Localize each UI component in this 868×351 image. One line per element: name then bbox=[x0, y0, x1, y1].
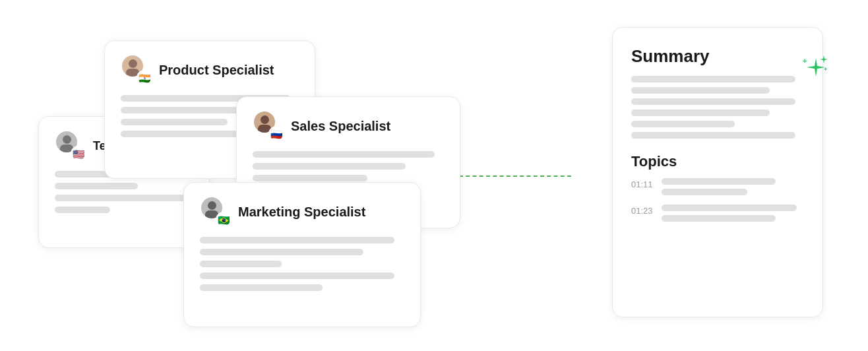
line bbox=[662, 189, 747, 195]
line bbox=[631, 121, 735, 127]
line bbox=[55, 207, 110, 213]
line bbox=[631, 98, 795, 105]
line bbox=[253, 175, 367, 181]
flag-in: 🇮🇳 bbox=[137, 70, 152, 86]
line bbox=[253, 163, 406, 170]
card-summary: Summary + + Topics 01:11 bbox=[612, 27, 823, 317]
line bbox=[253, 151, 435, 158]
line bbox=[662, 178, 776, 185]
svg-text:+: + bbox=[803, 57, 807, 65]
card-marketing[interactable]: 🇧🇷 Marketing Specialist bbox=[183, 182, 421, 327]
card-header-marketing: 🇧🇷 Marketing Specialist bbox=[200, 196, 404, 228]
card-title-marketing: Marketing Specialist bbox=[238, 205, 365, 220]
topic-lines-1 bbox=[662, 178, 804, 195]
connector-line bbox=[459, 176, 571, 177]
line bbox=[200, 237, 394, 243]
line bbox=[55, 195, 187, 201]
topic-time-2: 01:23 bbox=[631, 206, 655, 216]
avatar-sales: 🇷🇺 bbox=[253, 110, 284, 142]
flag-us: 🇺🇸 bbox=[71, 146, 86, 162]
card-header-product: 🇮🇳 Product Specialist bbox=[121, 54, 299, 86]
summary-lines bbox=[631, 76, 804, 139]
svg-text:+: + bbox=[824, 66, 827, 73]
line bbox=[631, 110, 770, 116]
topic-lines-2 bbox=[662, 205, 804, 222]
line bbox=[121, 119, 228, 125]
line bbox=[200, 284, 323, 291]
topics-title: Topics bbox=[631, 153, 804, 170]
line bbox=[200, 272, 394, 279]
topic-item-2: 01:23 bbox=[631, 205, 804, 222]
line bbox=[200, 249, 363, 255]
scene: 🇺🇸 Team Lead 🇮🇳 Product Special bbox=[38, 14, 830, 337]
line bbox=[200, 261, 282, 267]
avatar-marketing: 🇧🇷 bbox=[200, 196, 232, 228]
avatar-product: 🇮🇳 bbox=[121, 54, 152, 86]
line bbox=[631, 132, 795, 139]
line bbox=[631, 87, 770, 94]
flag-br: 🇧🇷 bbox=[216, 212, 232, 228]
topic-item-1: 01:11 bbox=[631, 178, 804, 195]
flag-ru: 🇷🇺 bbox=[268, 126, 284, 142]
sparkle-icon: + + bbox=[791, 53, 830, 95]
line bbox=[662, 215, 776, 222]
card-lines-marketing bbox=[200, 237, 404, 291]
summary-title: Summary bbox=[631, 46, 804, 67]
topic-time-1: 01:11 bbox=[631, 179, 655, 189]
card-header-sales: 🇷🇺 Sales Specialist bbox=[253, 110, 444, 142]
card-title-product: Product Specialist bbox=[159, 63, 274, 78]
avatar-team-lead: 🇺🇸 bbox=[55, 130, 86, 162]
line bbox=[631, 76, 795, 82]
line bbox=[662, 205, 797, 211]
card-title-sales: Sales Specialist bbox=[291, 119, 390, 134]
line bbox=[55, 183, 138, 189]
